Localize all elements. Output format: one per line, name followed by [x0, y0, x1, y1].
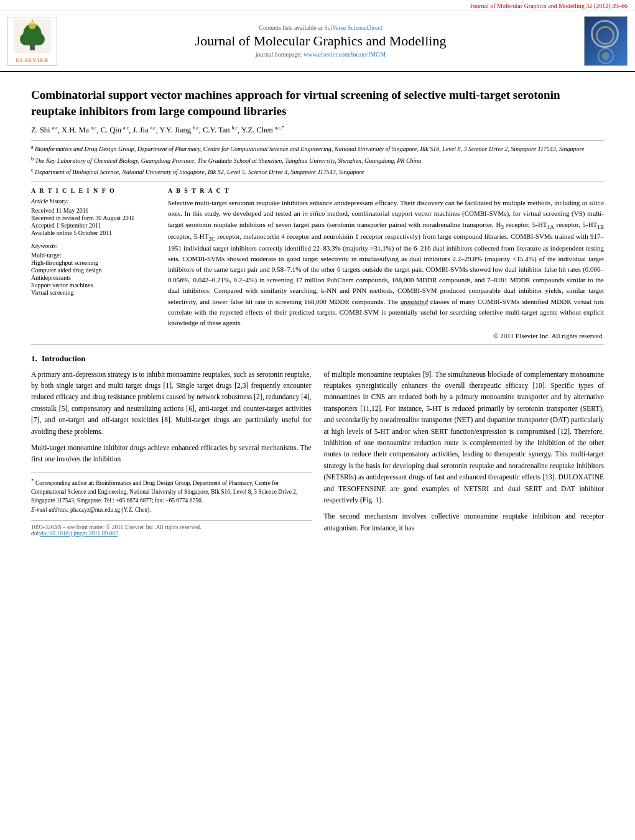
- intro-para-2: Multi-target monoamine inhibitor drugs a…: [31, 442, 312, 465]
- journal-homepage-line: journal homepage: www.elsevier.com/locat…: [63, 51, 578, 58]
- journal-header: ELSEVIER Contents lists available at Sci…: [0, 11, 635, 72]
- keyword-3: Computer aided drug design: [31, 267, 155, 274]
- keyword-2: High-throughput screening: [31, 259, 155, 266]
- authors-line: Z. Shi a,c, X.H. Ma a,c, C. Qin a,c, J. …: [31, 125, 604, 135]
- abstract-column: A B S T R A C T Selective multi-target s…: [168, 187, 604, 339]
- sciverse-link[interactable]: SciVerse ScienceDirect: [324, 24, 382, 31]
- annotated-word: annotated: [401, 298, 428, 305]
- keyword-6: Virtual screening: [31, 289, 155, 296]
- affil-b-text: The Key Laboratory of Chemical Biology, …: [35, 157, 422, 164]
- affiliation-a: a Bioinformatics and Drug Design Group, …: [31, 144, 604, 154]
- intro-right-col: of multiple monoamine reuptakes [9]. The…: [324, 369, 605, 538]
- keywords-label: Keywords:: [31, 242, 155, 249]
- intro-heading: 1. Introduction: [31, 354, 604, 364]
- journal-ref-text: Journal of Molecular Graphics and Modell…: [470, 2, 628, 9]
- article-history-title: Article history:: [31, 198, 155, 205]
- abstract-label: A B S T R A C T: [168, 187, 604, 194]
- main-content: Combinatorial support vector machines ap…: [0, 72, 635, 545]
- affiliation-c: c Department of Biological Science, Nati…: [31, 167, 604, 177]
- affil-a-text: Bioinformatics and Drug Design Group, De…: [35, 146, 584, 153]
- section-divider: [31, 182, 604, 182]
- affiliation-b: b The Key Laboratory of Chemical Biology…: [31, 155, 604, 165]
- intro-section-num: 1.: [31, 354, 37, 363]
- footnote-star-text: * Corresponding author at: Bioinformatic…: [31, 477, 312, 505]
- affiliations-section: a Bioinformatics and Drug Design Group, …: [31, 140, 604, 177]
- svg-point-5: [29, 22, 36, 29]
- svg-point-4: [32, 33, 45, 45]
- copyright-line: © 2011 Elsevier Inc. All rights reserved…: [168, 332, 604, 339]
- journal-title-area: Contents lists available at SciVerse Sci…: [63, 24, 578, 58]
- intro-section-title: Introduction: [42, 354, 86, 363]
- intro-para-1: A primary anti-depression strategy is to…: [31, 369, 312, 437]
- intro-right-para-2: The second mechanism involves collective…: [324, 510, 605, 533]
- revised-date: Received in revised form 30 August 2011: [31, 215, 155, 221]
- article-info-column: A R T I C L E I N F O Article history: R…: [31, 187, 155, 339]
- elsevier-brand-text: ELSEVIER: [10, 57, 55, 63]
- svg-point-3: [20, 33, 32, 45]
- introduction-section: 1. Introduction A primary anti-depressio…: [31, 354, 604, 538]
- paper-title: Combinatorial support vector machines ap…: [31, 87, 604, 119]
- journal-reference-bar: Journal of Molecular Graphics and Modell…: [0, 0, 635, 11]
- abstract-text: Selective multi-target serotonin reuptak…: [168, 198, 604, 328]
- keyword-5: Support vector machines: [31, 282, 155, 288]
- elsevier-logo: ELSEVIER: [7, 17, 57, 66]
- bottom-info: 1093-3263/$ – see front matter © 2011 El…: [31, 520, 312, 537]
- homepage-prefix: journal homepage:: [256, 51, 302, 58]
- keyword-4: Antidepressants: [31, 274, 155, 281]
- journal-main-title: Journal of Molecular Graphics and Modell…: [63, 33, 578, 49]
- online-date: Available online 5 October 2011: [31, 229, 155, 236]
- sciverse-prefix: Contents lists available at: [259, 24, 322, 31]
- doi-link[interactable]: doi:10.1016/j.jmgm.2011.09.002: [40, 530, 118, 537]
- footnote-email: E-mail address: phaczyz@nus.edu.sg (Y.Z.…: [31, 505, 312, 514]
- sciverse-line: Contents lists available at SciVerse Sci…: [63, 24, 578, 31]
- affil-c-text: Department of Biological Science, Nation…: [35, 168, 364, 175]
- issn-line: 1093-3263/$ – see front matter © 2011 El…: [31, 524, 312, 530]
- accepted-date: Accepted 1 September 2011: [31, 222, 155, 229]
- keyword-1: Multi-target: [31, 252, 155, 259]
- journal-cover-image: [584, 16, 628, 66]
- received-date: Received 11 May 2011: [31, 207, 155, 214]
- intro-right-para-1: of multiple monoamine reuptakes [9]. The…: [324, 369, 605, 506]
- article-info-label: A R T I C L E I N F O: [31, 187, 155, 194]
- doi-line: doi:doi:10.1016/j.jmgm.2011.09.002: [31, 530, 312, 537]
- article-info-abstract-row: A R T I C L E I N F O Article history: R…: [31, 187, 604, 339]
- footnote-area: * Corresponding author at: Bioinformatic…: [31, 473, 312, 514]
- intro-two-col: A primary anti-depression strategy is to…: [31, 369, 604, 538]
- intro-divider: [31, 344, 604, 345]
- keywords-section: Keywords: Multi-target High-throughput s…: [31, 242, 155, 296]
- intro-left-col: A primary anti-depression strategy is to…: [31, 369, 312, 538]
- homepage-link[interactable]: www.elsevier.com/locate/JMGM: [304, 51, 386, 58]
